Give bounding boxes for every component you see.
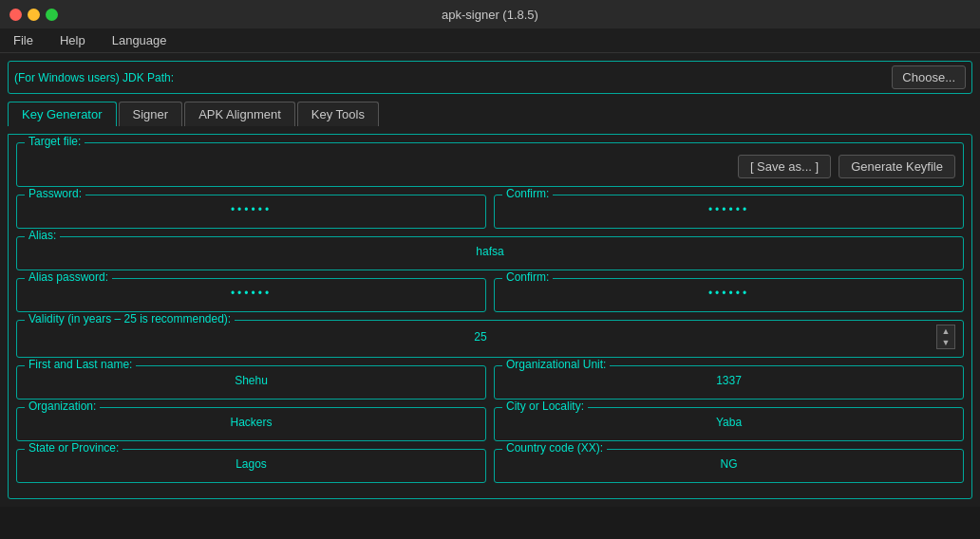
state-input[interactable]: [25, 454, 478, 474]
jdk-input[interactable]: [179, 71, 886, 84]
tab-signer[interactable]: Signer: [119, 102, 183, 126]
orgunit-group: Organizational Unit:: [494, 365, 964, 400]
target-file-input[interactable]: [25, 160, 730, 174]
generate-keyfile-button[interactable]: Generate Keyfile: [839, 155, 955, 178]
country-label: Country code (XX):: [502, 441, 607, 455]
country-group: Country code (XX):: [494, 449, 964, 483]
choose-button[interactable]: Choose...: [892, 65, 966, 89]
confirm2-group: Confirm: ••••••: [494, 278, 964, 312]
state-group: State or Province:: [16, 449, 486, 483]
password-label: Password:: [25, 187, 85, 200]
city-input[interactable]: [502, 412, 955, 433]
jdk-label: (For Windows users) JDK Path:: [14, 71, 174, 84]
firstname-group: First and Last name:: [16, 365, 486, 400]
menu-bar: File Help Language: [0, 28, 980, 53]
main-content: (For Windows users) JDK Path: Choose... …: [0, 53, 980, 507]
orgunit-input[interactable]: [502, 370, 955, 391]
state-country-row: State or Province: Country code (XX):: [16, 449, 964, 491]
validity-input[interactable]: [25, 326, 936, 347]
alias-input[interactable]: [25, 241, 955, 262]
alias-label: Alias:: [25, 229, 60, 242]
tabs: Key Generator Signer APK Alignment Key T…: [8, 102, 972, 126]
confirm1-label: Confirm:: [502, 187, 553, 200]
jdk-path-row: (For Windows users) JDK Path: Choose...: [8, 61, 972, 94]
validity-input-row: ▲ ▼: [25, 325, 955, 349]
password-row: Password: •••••• Confirm: ••••••: [16, 195, 964, 236]
save-as-button[interactable]: [ Save as... ]: [738, 155, 831, 178]
alias-password-input[interactable]: ••••••: [25, 283, 478, 304]
validity-down[interactable]: ▼: [937, 337, 954, 348]
menu-file[interactable]: File: [8, 31, 39, 49]
firstname-input[interactable]: [25, 370, 478, 391]
confirm1-input[interactable]: ••••••: [502, 199, 955, 220]
alias-password-group: Alias password: ••••••: [16, 278, 486, 312]
org-city-row: Organization: City or Locality:: [16, 407, 964, 449]
organization-group: Organization:: [16, 407, 486, 441]
maximize-button[interactable]: [46, 9, 58, 21]
window-title: apk-signer (1.8.5): [442, 8, 538, 22]
validity-group: Validity (in years – 25 is recommended):…: [16, 320, 964, 358]
tab-apk-alignment[interactable]: APK Alignment: [184, 102, 295, 126]
title-bar: apk-signer (1.8.5): [0, 0, 980, 28]
target-file-row: [ Save as... ] Generate Keyfile: [25, 147, 955, 178]
minimize-button[interactable]: [28, 9, 40, 21]
tab-key-generator[interactable]: Key Generator: [8, 102, 117, 126]
name-orgunit-row: First and Last name: Organizational Unit…: [16, 365, 964, 407]
alias-password-label: Alias password:: [25, 270, 112, 284]
state-label: State or Province:: [25, 441, 122, 455]
firstname-label: First and Last name:: [25, 358, 136, 371]
target-file-label: Target file:: [25, 135, 85, 148]
password-input[interactable]: ••••••: [25, 199, 478, 220]
window-controls: [9, 9, 58, 21]
close-button[interactable]: [9, 9, 22, 21]
confirm2-label: Confirm:: [502, 270, 553, 284]
orgunit-label: Organizational Unit:: [502, 358, 610, 371]
password-group: Password: ••••••: [16, 195, 486, 229]
organization-input[interactable]: [25, 412, 478, 433]
key-generator-panel: Target file: [ Save as... ] Generate Key…: [8, 134, 972, 499]
organization-label: Organization:: [25, 400, 100, 413]
validity-up[interactable]: ▲: [937, 325, 954, 337]
confirm1-group: Confirm: ••••••: [494, 195, 964, 229]
menu-help[interactable]: Help: [54, 31, 91, 49]
city-group: City or Locality:: [494, 407, 964, 441]
country-input[interactable]: [502, 454, 955, 474]
validity-label: Validity (in years – 25 is recommended):: [25, 312, 235, 325]
tab-key-tools[interactable]: Key Tools: [297, 102, 379, 126]
validity-spinner: ▲ ▼: [936, 325, 955, 349]
menu-language[interactable]: Language: [106, 31, 173, 49]
confirm2-input[interactable]: ••••••: [502, 283, 955, 304]
city-label: City or Locality:: [502, 400, 588, 413]
alias-group: Alias:: [16, 236, 964, 270]
target-file-group: Target file: [ Save as... ] Generate Key…: [16, 142, 964, 187]
